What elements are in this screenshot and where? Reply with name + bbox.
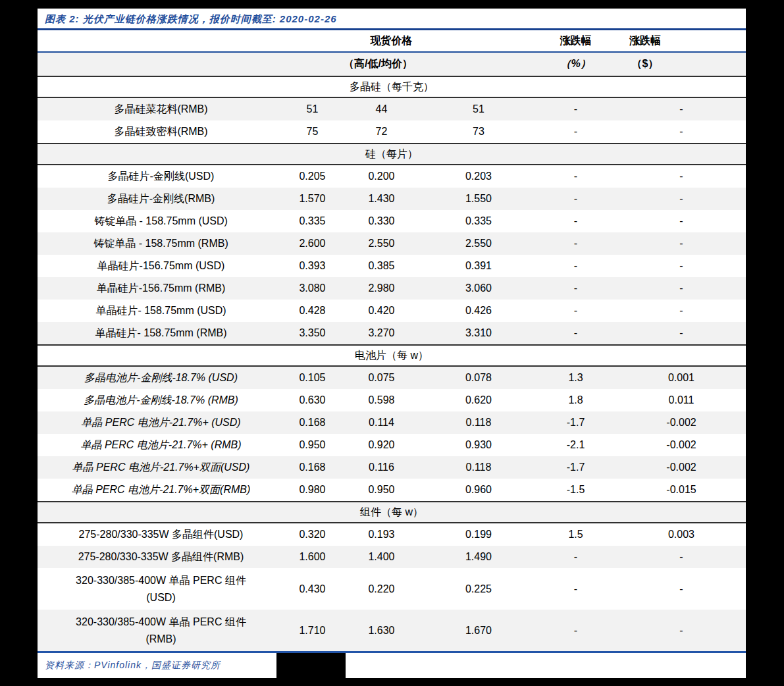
change-usd: - — [617, 610, 746, 651]
price-low: 0.193 — [340, 523, 423, 546]
table-row: 多晶硅片-金刚线(USD) 0.205 0.200 0.203 - - — [38, 165, 746, 188]
change-pct: - — [535, 98, 617, 120]
change-usd: -0.015 — [617, 479, 746, 501]
row-label: 多晶硅致密料(RMB) — [38, 120, 284, 143]
price-avg: 0.199 — [423, 523, 535, 546]
price-high: 0.430 — [284, 568, 340, 610]
table-row: 单晶硅片- 158.75mm (USD) 0.428 0.420 0.426 -… — [38, 300, 746, 322]
row-label: 320-330/385-400W 单晶 PERC 组件(USD) — [38, 568, 284, 610]
table-row: 单晶硅片-156.75mm (RMB) 3.080 2.980 3.060 - … — [38, 277, 746, 300]
price-avg: 3.060 — [423, 277, 535, 300]
price-avg: 1.670 — [423, 610, 535, 651]
price-low: 0.075 — [340, 367, 423, 389]
header-spot-price: 现货价格 — [284, 30, 535, 51]
price-avg: 0.078 — [423, 367, 535, 389]
section-title: 电池片（每 w） — [38, 346, 746, 365]
price-high: 1.710 — [284, 610, 340, 651]
table-body: 多晶硅（每千克） 多晶硅菜花料(RMB) 51 44 51 - - 多晶硅致密料… — [38, 76, 746, 651]
price-high: 0.630 — [284, 389, 340, 411]
section-row: 多晶硅（每千克） — [38, 76, 746, 98]
subheader-high-low-avg: （高/低/均价） — [284, 53, 535, 76]
price-high: 0.393 — [284, 255, 340, 277]
change-pct: - — [535, 300, 617, 322]
row-label: 铸锭单晶 - 158.75mm (USD) — [38, 210, 284, 232]
price-avg: 0.203 — [423, 165, 535, 188]
report-page: 图表 2: 光伏产业链价格涨跌情况，报价时间截至: 2020-02-26 现货价… — [38, 9, 746, 678]
change-pct: - — [535, 210, 617, 232]
table-header-row-2: （高/低/均价） （%） （$） — [38, 53, 746, 76]
price-high: 0.168 — [284, 456, 340, 479]
change-usd: 0.011 — [617, 389, 746, 411]
change-usd: - — [617, 277, 746, 300]
section-row: 组件（每 w） — [38, 501, 746, 523]
change-pct: -1.7 — [535, 411, 617, 434]
change-usd: - — [617, 300, 746, 322]
change-usd: - — [617, 546, 746, 568]
price-high: 0.980 — [284, 479, 340, 501]
change-usd: - — [617, 98, 746, 120]
change-usd: -0.002 — [617, 411, 746, 434]
row-label: 单晶硅片-156.75mm (USD) — [38, 255, 284, 277]
price-avg: 0.225 — [423, 568, 535, 610]
table-row: 多晶电池片-金刚线-18.7% (USD) 0.105 0.075 0.078 … — [38, 367, 746, 389]
change-usd: 0.003 — [617, 523, 746, 546]
change-usd: - — [617, 120, 746, 143]
table-row: 单晶 PERC 电池片-21.7%+ (RMB) 0.950 0.920 0.9… — [38, 434, 746, 456]
header-change-pct: 涨跌幅 — [535, 30, 617, 51]
price-high: 0.950 — [284, 434, 340, 456]
row-label: 多晶电池片-金刚线-18.7% (USD) — [38, 367, 284, 389]
table-row: 单晶 PERC 电池片-21.7%+双面(USD) 0.168 0.116 0.… — [38, 456, 746, 479]
price-low: 72 — [340, 120, 423, 143]
price-high: 0.105 — [284, 367, 340, 389]
change-pct: - — [535, 568, 617, 610]
price-avg: 0.930 — [423, 434, 535, 456]
change-usd: - — [617, 232, 746, 255]
change-usd: - — [617, 165, 746, 188]
price-avg: 2.550 — [423, 232, 535, 255]
row-label: 铸锭单晶 - 158.75mm (RMB) — [38, 232, 284, 255]
price-avg: 1.490 — [423, 546, 535, 568]
subheader-label-spacer — [38, 53, 284, 76]
price-low: 1.630 — [340, 610, 423, 651]
change-usd: - — [617, 322, 746, 344]
price-high: 3.350 — [284, 322, 340, 344]
table-row: 多晶硅致密料(RMB) 75 72 73 - - — [38, 120, 746, 143]
price-low: 1.430 — [340, 188, 423, 210]
price-low: 0.598 — [340, 389, 423, 411]
header-change-abs: 涨跌幅 — [617, 30, 746, 51]
price-low: 0.200 — [340, 165, 423, 188]
row-label: 多晶硅片-金刚线(RMB) — [38, 188, 284, 210]
price-low: 44 — [340, 98, 423, 120]
price-high: 0.168 — [284, 411, 340, 434]
footer-source: 资料来源：PVinfolink，国盛证券研究所 — [38, 653, 746, 678]
row-label: 320-330/385-400W 单晶 PERC 组件(RMB) — [38, 610, 284, 651]
price-low: 0.330 — [340, 210, 423, 232]
row-label: 275-280/330-335W 多晶组件(RMB) — [38, 546, 284, 568]
section-row: 硅（每片） — [38, 143, 746, 165]
change-pct: - — [535, 188, 617, 210]
change-usd: - — [617, 568, 746, 610]
figure-title: 图表 2: 光伏产业链价格涨跌情况，报价时间截至: 2020-02-26 — [38, 9, 746, 30]
price-high: 1.600 — [284, 546, 340, 568]
price-high: 0.428 — [284, 300, 340, 322]
price-low: 0.116 — [340, 456, 423, 479]
row-label: 单晶硅片- 158.75mm (USD) — [38, 300, 284, 322]
price-high: 2.600 — [284, 232, 340, 255]
table-row: 铸锭单晶 - 158.75mm (USD) 0.335 0.330 0.335 … — [38, 210, 746, 232]
change-pct: -1.5 — [535, 479, 617, 501]
subheader-pct-unit: （%） — [535, 53, 617, 76]
price-low: 0.385 — [340, 255, 423, 277]
change-pct: - — [535, 610, 617, 651]
section-title: 多晶硅（每千克） — [38, 77, 746, 97]
price-low: 2.980 — [340, 277, 423, 300]
change-usd: - — [617, 210, 746, 232]
price-table: 现货价格 涨跌幅 涨跌幅 （高/低/均价） （%） （$） 多晶硅（每千克） 多… — [38, 30, 746, 653]
price-low: 0.420 — [340, 300, 423, 322]
change-pct: - — [535, 165, 617, 188]
row-label: 多晶硅菜花料(RMB) — [38, 98, 284, 120]
row-label: 多晶硅片-金刚线(USD) — [38, 165, 284, 188]
header-label-spacer — [38, 30, 284, 51]
price-avg: 0.620 — [423, 389, 535, 411]
change-pct: -1.7 — [535, 456, 617, 479]
price-high: 75 — [284, 120, 340, 143]
